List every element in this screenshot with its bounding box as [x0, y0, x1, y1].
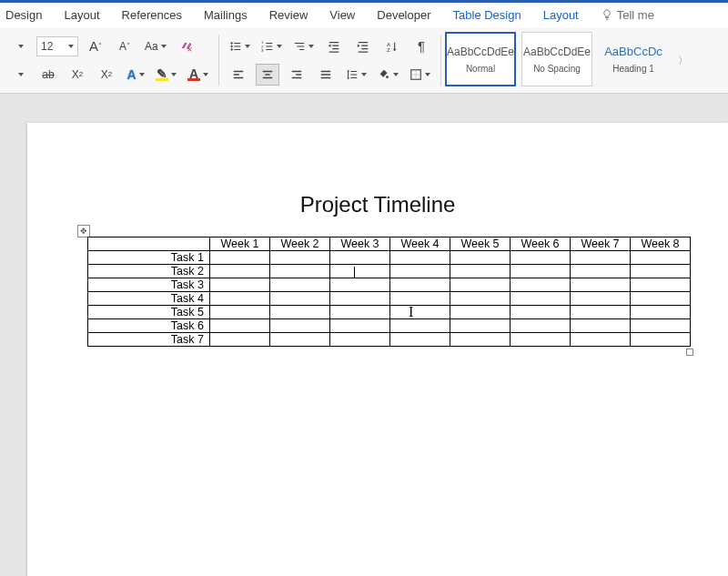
table-cell[interactable] [511, 333, 571, 347]
decrease-indent-button[interactable] [322, 35, 346, 57]
table-cell[interactable] [390, 306, 450, 319]
increase-indent-button[interactable] [351, 35, 375, 57]
table-cell[interactable] [631, 333, 691, 347]
borders-button[interactable] [407, 64, 433, 86]
table-cell[interactable] [511, 319, 571, 333]
table-cell[interactable] [511, 251, 571, 265]
multilevel-list-button[interactable] [290, 35, 317, 57]
table-cell[interactable] [450, 306, 511, 319]
font-family-dropdown[interactable] [7, 35, 31, 57]
table-cell[interactable] [270, 306, 330, 319]
column-header[interactable]: Week 2 [270, 237, 330, 251]
timeline-table[interactable]: Week 1Week 2Week 3Week 4Week 5Week 6Week… [87, 237, 691, 347]
row-header[interactable]: Task 3 [88, 278, 210, 292]
align-right-button[interactable] [285, 64, 308, 86]
table-cell[interactable] [270, 278, 330, 292]
table-cell[interactable] [571, 306, 631, 319]
line-spacing-button[interactable] [343, 64, 369, 86]
tab-references[interactable]: References [122, 8, 182, 22]
tell-me[interactable]: Tell me [601, 8, 654, 22]
table-move-handle[interactable]: ✥ [77, 225, 90, 237]
column-header[interactable]: Week 6 [511, 237, 571, 251]
align-center-button[interactable] [256, 64, 279, 86]
table-cell[interactable] [210, 333, 270, 347]
clear-formatting-button[interactable] [175, 35, 198, 57]
superscript-button[interactable]: X2 [95, 64, 118, 86]
strikethrough-dropdown[interactable] [7, 64, 31, 86]
table-cell[interactable] [210, 278, 270, 292]
table-cell[interactable] [330, 306, 390, 319]
table-cell[interactable] [511, 292, 571, 306]
table-cell[interactable] [511, 265, 571, 278]
table-cell[interactable] [631, 251, 691, 265]
tab-view[interactable]: View [329, 8, 355, 22]
justify-button[interactable] [314, 64, 338, 86]
numbering-button[interactable]: 123 [258, 35, 285, 57]
column-header[interactable]: Week 7 [571, 237, 631, 251]
table-resize-handle[interactable] [686, 349, 693, 356]
table-cell[interactable] [390, 319, 450, 333]
show-hide-marks-button[interactable]: ¶ [410, 35, 433, 57]
column-header[interactable]: Week 4 [390, 237, 450, 251]
table-cell[interactable] [270, 319, 330, 333]
table-cell[interactable] [450, 278, 511, 292]
tab-developer[interactable]: Developer [377, 8, 430, 22]
table-cell[interactable] [631, 319, 691, 333]
style-heading-1[interactable]: AaBbCcDc Heading 1 [598, 32, 669, 86]
table-cell[interactable] [390, 292, 450, 306]
decrease-font-size-button[interactable]: A˅ [113, 35, 136, 57]
table-cell[interactable] [210, 265, 270, 278]
increase-font-size-button[interactable]: A˄ [84, 35, 107, 57]
table-cell[interactable] [210, 319, 270, 333]
table-cell[interactable] [571, 319, 631, 333]
column-header[interactable]: Week 8 [631, 237, 691, 251]
column-header[interactable]: Week 1 [210, 237, 270, 251]
table-cell[interactable] [571, 251, 631, 265]
table-cell[interactable] [571, 278, 631, 292]
table-cell[interactable] [571, 292, 631, 306]
table-cell[interactable] [450, 333, 511, 347]
table-cell[interactable] [571, 333, 631, 347]
bullets-button[interactable] [227, 35, 253, 57]
page[interactable]: Project Timeline ✥ Week 1Week 2Week 3Wee… [27, 123, 728, 576]
row-header[interactable]: Task 7 [88, 333, 210, 347]
style-normal[interactable]: AaBbCcDdEe Normal [445, 32, 516, 86]
table-cell[interactable] [210, 292, 270, 306]
table-cell[interactable] [631, 306, 691, 319]
table-cell[interactable] [390, 265, 450, 278]
highlight-color-button[interactable]: ✎ [153, 64, 179, 86]
strikethrough-button[interactable]: ab [36, 64, 60, 86]
table-cell[interactable] [390, 278, 450, 292]
tab-design[interactable]: Design [5, 8, 42, 22]
subscript-button[interactable]: X2 [66, 64, 89, 86]
tab-table-layout[interactable]: Layout [543, 8, 579, 22]
row-header[interactable]: Task 6 [88, 319, 210, 333]
table-cell[interactable] [210, 251, 270, 265]
table-cell[interactable] [390, 251, 450, 265]
table-cell[interactable] [330, 251, 390, 265]
text-effects-button[interactable]: A [124, 64, 147, 86]
table-cell[interactable] [511, 278, 571, 292]
table-cell[interactable] [631, 292, 691, 306]
tab-layout[interactable]: Layout [64, 8, 99, 22]
table-cell[interactable] [330, 278, 390, 292]
table-cell[interactable] [330, 333, 390, 347]
column-header[interactable]: Week 5 [450, 237, 511, 251]
font-color-button[interactable]: A [185, 64, 211, 86]
table-cell[interactable] [631, 265, 691, 278]
font-size-field[interactable]: 12 [36, 36, 78, 56]
row-header[interactable]: Task 1 [88, 251, 210, 265]
table-cell[interactable] [270, 292, 330, 306]
shading-button[interactable] [375, 64, 401, 86]
table-cell[interactable] [450, 319, 511, 333]
table-cell[interactable] [330, 265, 390, 278]
row-header[interactable]: Task 4 [88, 292, 210, 306]
tab-review[interactable]: Review [269, 8, 308, 22]
row-header[interactable]: Task 5 [88, 306, 210, 319]
align-left-button[interactable] [227, 64, 250, 86]
styles-more-icon[interactable]: 〉 [674, 54, 692, 67]
tab-table-design[interactable]: Table Design [453, 8, 521, 22]
style-no-spacing[interactable]: AaBbCcDdEe No Spacing [521, 32, 592, 86]
table-cell[interactable] [450, 265, 511, 278]
table-cell[interactable] [330, 319, 390, 333]
